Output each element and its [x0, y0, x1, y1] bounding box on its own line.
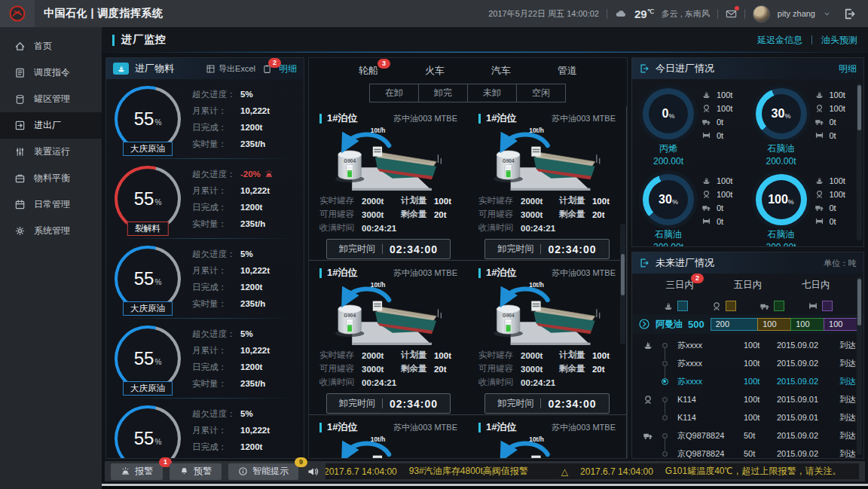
stat-label: 超欠进度：: [192, 408, 240, 420]
sidebar-item[interactable]: 罐区管理: [0, 86, 102, 112]
table-row[interactable]: 苏xxxx 100t 2015.09.02 到达: [638, 354, 856, 372]
scrollbar-thumb[interactable]: [857, 85, 861, 130]
timeline-dot[interactable]: [662, 415, 668, 420]
smart-tips-button[interactable]: 智能提示 9: [228, 463, 298, 480]
timeline-dot[interactable]: [662, 433, 668, 439]
stat-label: 实时罐存: [319, 195, 362, 206]
user-name[interactable]: pity zhang: [778, 9, 815, 18]
material-summary-row: 阿曼油 500 200 100 100 100: [632, 314, 863, 334]
warning-button[interactable]: 预警: [170, 463, 222, 480]
alarm-button[interactable]: 报警 1: [111, 463, 163, 480]
transport-tab[interactable]: 管道: [556, 64, 579, 78]
table-row[interactable]: 苏xxxx 100t 2015.09.02 到达: [638, 336, 856, 354]
sidebar-item-icon: [14, 120, 26, 131]
sidebar-item[interactable]: 系统管理: [0, 218, 102, 244]
transport-tab[interactable]: 轮船 3: [357, 64, 380, 78]
chevron-down-icon[interactable]: [823, 10, 831, 18]
timeline-dot[interactable]: [662, 397, 668, 402]
speaker-icon[interactable]: [307, 466, 319, 478]
table-row[interactable]: 京Q9878824 50t 2015.09.02 到达: [638, 445, 856, 458]
future-scrollbar[interactable]: [857, 277, 862, 455]
unload-time-button[interactable]: 卸完时间 02:34:00: [484, 239, 609, 259]
sidebar-item[interactable]: 调度指令: [0, 60, 102, 86]
sidebar-item[interactable]: 装置运行: [0, 139, 102, 165]
table-row[interactable]: 苏xxxx 100t 2015.09.02 到达: [638, 372, 856, 390]
timeline-dot[interactable]: [662, 378, 668, 385]
sidebar-item-icon: [14, 93, 26, 105]
report-button[interactable]: 2: [262, 64, 272, 74]
logout-button[interactable]: [843, 8, 856, 20]
stat-label: 月累计：: [192, 345, 240, 356]
status-tab[interactable]: 在卸: [369, 84, 419, 102]
gauge-ring: 100%: [756, 174, 807, 225]
info-icon: [238, 466, 248, 476]
range-tab[interactable]: 七日内: [802, 279, 830, 292]
legend-color-chip: [822, 301, 833, 311]
vehicle-id: 京Q9878824: [671, 430, 744, 442]
stat-label: 日完成：: [192, 282, 240, 293]
transfer-arrow: [347, 135, 390, 146]
transport-tab[interactable]: 火车: [423, 64, 446, 78]
table-row[interactable]: 京Q9878824 50t 2015.09.02 到达: [638, 426, 856, 445]
stat-value: 100t: [830, 104, 845, 113]
table-row[interactable]: K114 100t 2015.09.01 到达: [638, 390, 856, 408]
sidebar-item-icon: [14, 225, 26, 237]
alert-ticker: 2017.6.7 14:04:00 93#汽油库存4800t高阀值报警 △ 20…: [326, 463, 859, 479]
door-arrow-icon: [639, 258, 649, 268]
summary-segment: 100: [824, 318, 857, 331]
link-divider: [811, 35, 812, 44]
today-detail-link[interactable]: 明细: [839, 63, 857, 75]
today-gauge-cell: 30% 石脑油 200.00t 100t 100t 0t 0t: [635, 167, 748, 246]
future-arrivals-panel: 未来进厂情况 单位：吨 三日内 2 五日内: [631, 252, 864, 459]
materials-detail-link[interactable]: 明细: [279, 63, 297, 75]
header-datetime: 2017年5月22日 周五 14:00:02: [488, 8, 599, 20]
vehicle-id: K114: [671, 395, 744, 404]
timeline-dot[interactable]: [662, 343, 668, 348]
timeline-dot[interactable]: [662, 451, 668, 457]
delay-fee-link[interactable]: 延迟金信息: [757, 34, 802, 47]
status-tab[interactable]: 卸完: [418, 84, 468, 102]
app-header: 中国石化 | 调度指挥系统 2017年5月22日 周五 14:00:02 29℃…: [0, 0, 868, 27]
scrollbar-thumb[interactable]: [857, 279, 861, 325]
mail-button[interactable]: [726, 8, 737, 20]
transport-icon: [643, 376, 653, 387]
oil-forecast-link[interactable]: 油头预测: [821, 34, 857, 47]
berth-accent: [478, 423, 481, 432]
sidebar-item[interactable]: 进出厂: [0, 112, 102, 139]
today-scrollbar[interactable]: [857, 84, 862, 240]
status-tab[interactable]: 空闲: [516, 84, 566, 102]
transfer-arrow: [347, 289, 390, 301]
unload-time-button[interactable]: 卸完时间 02:34:00: [326, 239, 451, 259]
timeline-dot[interactable]: [662, 361, 668, 366]
vehicle-id: 苏xxxx: [671, 358, 744, 369]
quantity: 50t: [744, 449, 777, 458]
status-badge: 到达: [837, 358, 856, 369]
sidebar-item[interactable]: 首页: [0, 33, 102, 60]
stat-value: 0t: [830, 203, 836, 212]
stat-value: 5%: [240, 409, 253, 418]
sidebar-item-icon: [14, 41, 26, 52]
unload-time-button[interactable]: 卸完时间 02:34:00: [484, 393, 609, 414]
berth-title: 1#泊位: [486, 420, 516, 434]
sidebar-item[interactable]: 日常管理: [0, 191, 102, 218]
expand-icon[interactable]: [638, 318, 650, 330]
table-row[interactable]: K114 100t 2015.09.01 到达: [638, 408, 856, 426]
range-tab[interactable]: 五日内: [734, 279, 763, 292]
range-tab[interactable]: 三日内 2: [665, 279, 694, 292]
arrival-date: 2015.09.01: [777, 395, 837, 404]
transport-tab[interactable]: 汽车: [490, 64, 512, 78]
transfer-rate: 10t/h: [371, 436, 386, 443]
unload-time-button[interactable]: 卸完时间 02:34:00: [326, 393, 451, 414]
dispatch-dashboard: 中国石化 | 调度指挥系统 2017年5月22日 周五 14:00:02 29℃…: [0, 0, 868, 489]
stat-value: 235t/h: [240, 299, 265, 308]
status-tab[interactable]: 未卸: [467, 84, 517, 102]
scrollbar-thumb[interactable]: [621, 254, 625, 295]
storage-tank: G904: [335, 151, 364, 182]
center-scrollbar[interactable]: [620, 224, 625, 344]
export-excel-button[interactable]: 导出Excel: [206, 63, 255, 75]
arrival-date: 2015.09.02: [777, 449, 837, 458]
sidebar-item[interactable]: 物料平衡: [0, 165, 102, 191]
stat-label: 超欠进度：: [192, 329, 240, 340]
pipeline-icon: [815, 130, 824, 140]
user-avatar[interactable]: [753, 5, 770, 23]
